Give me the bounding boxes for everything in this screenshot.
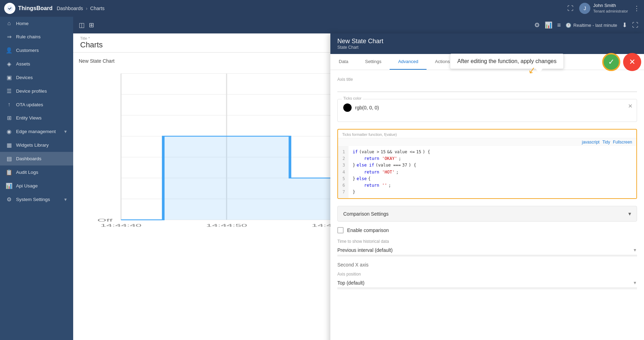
axis-position-group: Axis position Top (default) ▼ <box>337 272 637 289</box>
sidebar-label-edge-management: Edge management <box>16 129 56 134</box>
sidebar-item-rule-chains[interactable]: ⇒ Rule chains <box>0 30 73 44</box>
realtime-indicator: 🕐 Realtime - last minute <box>566 23 617 28</box>
sidebar-label-ota-updates: OTA updates <box>16 102 43 107</box>
sidebar-label-dashboards: Dashboards <box>16 156 41 161</box>
topbar-actions: ⛶ J John Smith Tenant administrator ⋮ <box>567 3 640 14</box>
home-icon: ⌂ <box>6 20 13 26</box>
axis-position-value: Top (default) <box>337 280 365 286</box>
code-editor-label: Ticks formatter function, f(value) <box>338 130 636 138</box>
fullscreen-icon[interactable]: ⛶ <box>567 5 574 12</box>
ota-icon: ↑ <box>6 101 13 108</box>
comparison-chevron-icon: ▾ <box>628 210 631 217</box>
api-usage-icon: 📊 <box>6 183 13 189</box>
cancel-button[interactable]: ✕ <box>623 53 641 71</box>
breadcrumb-dashboards[interactable]: Dashboards <box>57 6 83 11</box>
svg-text:Off: Off <box>97 218 113 222</box>
sidebar-item-device-profiles[interactable]: ☰ Device profiles <box>0 84 73 98</box>
code-line-6: return ''; <box>353 182 632 189</box>
dashboard-toolbar: ◫ ⊞ ⚙ 📊 ≡ 🕐 Realtime - last minute ⬇ ⛶ <box>73 17 644 33</box>
ticks-clear-icon[interactable]: ✕ <box>628 103 632 109</box>
devices-icon: ▣ <box>6 74 13 81</box>
avatar: J <box>579 3 590 14</box>
sidebar-item-customers[interactable]: 👤 Customers <box>0 44 73 57</box>
more-menu-icon[interactable]: ⋮ <box>634 5 640 12</box>
sidebar-item-dashboards[interactable]: ▤ Dashboards <box>0 152 73 165</box>
customers-icon: 👤 <box>6 47 13 54</box>
filter-icon[interactable]: ≡ <box>557 22 561 29</box>
code-line-1: if (value > 15 && value <= 15) { <box>353 149 632 155</box>
axis-position-dropdown[interactable]: Top (default) ▼ <box>337 278 637 288</box>
comparison-section-title: Comparison Settings <box>343 211 389 217</box>
callout-arrow-icon: ↙ <box>527 64 536 76</box>
sidebar-item-edge-management[interactable]: ◉ Edge management ▼ <box>0 125 73 138</box>
layers-icon[interactable]: ◫ <box>79 21 85 29</box>
sidebar-label-assets: Assets <box>16 61 30 67</box>
code-editor: Ticks formatter function, f(value) javas… <box>337 129 637 199</box>
callout-tooltip: After editing the function, apply change… <box>450 54 564 69</box>
comparison-settings-section[interactable]: Comparison Settings ▾ <box>337 206 637 222</box>
user-role: Tenant administrator <box>593 9 628 14</box>
sidebar-item-home[interactable]: ⌂ Home <box>0 17 73 30</box>
color-value: rgb(0, 0, 0) <box>355 105 379 110</box>
topbar: ThingsBoard Dashboards › Charts ⛶ J John… <box>0 0 644 17</box>
logo-icon <box>4 3 15 14</box>
time-history-dropdown[interactable]: Previous interval (default) ▼ <box>337 245 637 255</box>
sidebar-item-audit-logs[interactable]: 📋 Audit Logs <box>0 165 73 179</box>
user-name: John Smith <box>593 3 628 9</box>
cancel-icon: ✕ <box>629 57 635 67</box>
chart-icon[interactable]: 📊 <box>545 21 552 29</box>
svg-point-0 <box>7 5 13 11</box>
tab-advanced[interactable]: Advanced <box>390 54 427 70</box>
sidebar-item-entity-views[interactable]: ⊞ Entity Views <box>0 111 73 125</box>
code-editor-toolbar: javascript Tidy Fullscreen <box>338 138 636 146</box>
time-history-group: Time to show historical data Previous in… <box>337 239 637 256</box>
sidebar-label-audit-logs: Audit Logs <box>16 170 38 175</box>
content-area: ◫ ⊞ ⚙ 📊 ≡ 🕐 Realtime - last minute ⬇ ⛶ T… <box>73 17 644 340</box>
breadcrumb: Dashboards › Charts <box>57 6 105 11</box>
edge-management-icon: ◉ <box>6 128 13 135</box>
edge-management-arrow: ▼ <box>63 129 68 134</box>
enable-comparison-checkbox[interactable] <box>337 227 344 233</box>
sidebar-item-system-settings[interactable]: ⚙ System Settings ▼ <box>0 193 73 206</box>
tab-data[interactable]: Data <box>330 54 356 70</box>
sidebar-label-entity-views: Entity Views <box>16 115 41 121</box>
svg-text:14:44:50: 14:44:50 <box>206 224 247 227</box>
sidebar-item-api-usage[interactable]: 📊 Api Usage <box>0 179 73 193</box>
fullscreen-code-btn[interactable]: Fullscreen <box>613 140 632 145</box>
right-panel: New State Chart State Chart ? ✕ Data Set… <box>330 33 644 340</box>
tidy-btn[interactable]: Tidy <box>602 140 610 145</box>
color-swatch[interactable] <box>343 103 352 112</box>
panel-subtitle: State Chart <box>337 45 637 50</box>
system-settings-arrow: ▼ <box>63 197 68 202</box>
tab-settings[interactable]: Settings <box>356 54 390 70</box>
grid-icon[interactable]: ⊞ <box>89 21 94 29</box>
sidebar-label-devices: Devices <box>16 75 33 80</box>
app-logo: ThingsBoard <box>4 3 53 14</box>
device-profiles-icon: ☰ <box>6 88 13 94</box>
user-profile[interactable]: J John Smith Tenant administrator <box>579 3 628 14</box>
expand-icon[interactable]: ⛶ <box>632 22 638 29</box>
entity-views-icon: ⊞ <box>6 115 13 121</box>
sidebar-label-customers: Customers <box>16 48 39 53</box>
ticks-color-section: Ticks color rgb(0, 0, 0) ✕ <box>337 99 637 122</box>
time-history-arrow-icon: ▼ <box>633 248 637 253</box>
axis-title-input[interactable] <box>337 83 637 92</box>
user-info: John Smith Tenant administrator <box>593 3 628 14</box>
sidebar-item-ota-updates[interactable]: ↑ OTA updates <box>0 98 73 111</box>
sidebar-item-assets[interactable]: ◈ Assets <box>0 57 73 71</box>
javascript-btn[interactable]: javascript <box>582 140 600 145</box>
sidebar-item-widgets-library[interactable]: ▦ Widgets Library <box>0 138 73 152</box>
sidebar-label-rule-chains: Rule chains <box>16 34 41 39</box>
code-line-numbers: 1234567 <box>338 146 348 198</box>
settings-icon[interactable]: ⚙ <box>534 21 540 29</box>
assets-icon: ◈ <box>6 61 13 67</box>
dashboards-icon: ▤ <box>6 155 13 162</box>
confirm-button[interactable]: ✓ <box>602 53 620 71</box>
code-content[interactable]: if (value > 15 && value <= 15) { return … <box>348 146 636 198</box>
axis-position-label: Axis position <box>337 272 637 277</box>
sidebar-item-devices[interactable]: ▣ Devices <box>0 71 73 84</box>
download-icon[interactable]: ⬇ <box>622 21 627 29</box>
realtime-text: Realtime - last minute <box>573 23 617 28</box>
action-buttons: ✓ ✕ <box>602 53 641 71</box>
axis-title-label: Axis title <box>337 77 637 82</box>
